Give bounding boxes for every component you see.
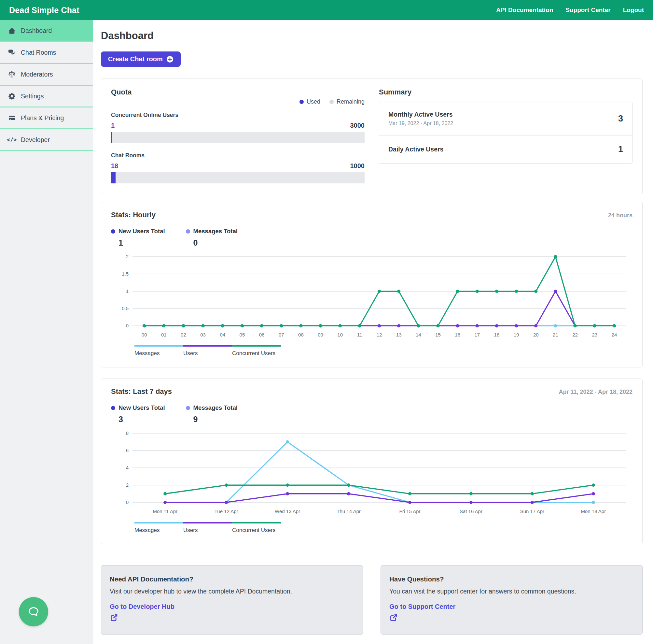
summary-row-label: Monthly Active Users xyxy=(388,111,453,118)
quota-progress-fill xyxy=(111,132,112,143)
chat-bubble-icon xyxy=(26,604,41,619)
sidebar-item-label: Chat Rooms xyxy=(21,49,56,56)
summary-row-value: 1 xyxy=(618,144,623,154)
series-legend-label: Messages xyxy=(135,350,183,357)
summary-title: Summary xyxy=(379,88,632,96)
sidebar-item-dashboard[interactable]: Dashboard xyxy=(0,20,93,42)
quota-progress-track xyxy=(111,132,365,143)
page-title: Dashboard xyxy=(101,30,643,42)
svg-text:Mon 11 Apr: Mon 11 Apr xyxy=(153,509,177,514)
total-new-users: New Users Total 3 xyxy=(111,404,165,424)
stats-hourly-title: Stats: Hourly xyxy=(111,211,155,219)
quota-item-label: Concurrent Online Users xyxy=(111,112,365,119)
svg-text:10: 10 xyxy=(337,332,343,338)
sidebar-item-plans-pricing[interactable]: Plans & Pricing xyxy=(0,108,93,129)
sidebar-item-label: Dashboard xyxy=(21,27,52,34)
series-legend-item[interactable]: Users xyxy=(183,522,232,534)
svg-text:22: 22 xyxy=(572,332,578,338)
scales-icon xyxy=(8,70,16,78)
series-legend-item[interactable]: Concurrent Users xyxy=(232,522,281,534)
weekly-line-chart: 02468Mon 11 AprTue 12 AprWed 13 AprThu 1… xyxy=(111,429,632,517)
total-label: New Users Total xyxy=(119,228,165,235)
external-link-icon[interactable] xyxy=(110,613,354,623)
stats-hourly-card: Stats: Hourly 24 hours New Users Total 1… xyxy=(101,202,643,367)
hourly-totals: New Users Total 1 Messages Total 0 xyxy=(111,228,632,248)
nav-link-logout[interactable]: Logout xyxy=(623,6,644,14)
legend-used-label: Used xyxy=(307,98,320,105)
credit-card-icon xyxy=(8,114,16,122)
svg-text:0.5: 0.5 xyxy=(122,305,128,311)
weekly-totals: New Users Total 3 Messages Total 9 xyxy=(111,404,632,424)
series-color-bar xyxy=(232,522,281,524)
weekly-range-label: Apr 11, 2022 - Apr 18, 2022 xyxy=(559,389,632,395)
series-legend-item[interactable]: Users xyxy=(183,345,232,357)
svg-text:4: 4 xyxy=(126,465,128,470)
svg-text:19: 19 xyxy=(514,332,519,338)
quota-section: Quota Used Remaining Concurrent Online U… xyxy=(111,88,365,183)
quota-max-value: 3000 xyxy=(350,122,365,129)
home-icon xyxy=(8,27,16,34)
svg-text:04: 04 xyxy=(220,332,225,338)
series-legend-label: Users xyxy=(183,527,232,534)
sidebar-item-developer[interactable]: </> Developer xyxy=(0,129,93,151)
total-value: 3 xyxy=(119,415,165,424)
legend-remaining[interactable]: Remaining xyxy=(330,98,365,105)
summary-row-label: Daily Active Users xyxy=(388,145,443,153)
main-content: Dashboard Create Chat room Quota Used Re… xyxy=(93,20,653,644)
svg-text:06: 06 xyxy=(259,332,265,338)
go-to-developer-hub-link[interactable]: Go to Developer Hub xyxy=(110,603,174,611)
summary-box: Monthly Active Users Mar 19, 2022 - Apr … xyxy=(379,101,632,163)
svg-text:0: 0 xyxy=(126,323,128,328)
total-value: 1 xyxy=(119,238,165,248)
nav-link-api-documentation[interactable]: API Documentation xyxy=(496,6,553,14)
series-legend-item[interactable]: Messages xyxy=(135,522,183,534)
svg-text:Tue 12 Apr: Tue 12 Apr xyxy=(215,509,238,514)
help-card-body: Visit our developer hub to view the comp… xyxy=(110,588,354,595)
svg-text:Fri 15 Apr: Fri 15 Apr xyxy=(399,509,420,514)
chat-widget-button[interactable] xyxy=(19,597,48,626)
svg-text:0: 0 xyxy=(126,500,128,505)
summary-row-monthly-active-users: Monthly Active Users Mar 19, 2022 - Apr … xyxy=(379,102,632,135)
sidebar-item-label: Settings xyxy=(21,93,44,100)
legend-remaining-label: Remaining xyxy=(337,98,365,105)
nav-link-support-center[interactable]: Support Center xyxy=(565,6,610,14)
svg-text:8: 8 xyxy=(126,430,128,436)
quota-summary-card: Quota Used Remaining Concurrent Online U… xyxy=(101,78,643,194)
new-users-dot-icon xyxy=(111,229,115,234)
create-chat-room-label: Create Chat room xyxy=(108,55,163,63)
svg-text:00: 00 xyxy=(142,332,147,338)
total-label: Messages Total xyxy=(193,404,238,411)
svg-text:15: 15 xyxy=(435,332,441,338)
series-legend-item[interactable]: Messages xyxy=(135,345,183,357)
svg-text:14: 14 xyxy=(416,332,421,338)
used-dot-icon xyxy=(299,100,304,104)
summary-row-daterange: Mar 19, 2022 - Apr 18, 2022 xyxy=(388,120,453,127)
legend-used[interactable]: Used xyxy=(299,98,320,105)
sidebar-item-settings[interactable]: Settings xyxy=(0,86,93,108)
sidebar-item-moderators[interactable]: Moderators xyxy=(0,64,93,86)
help-card-title: Have Questions? xyxy=(389,575,634,583)
quota-used-value: 1 xyxy=(111,122,115,129)
svg-text:2: 2 xyxy=(126,482,128,488)
external-link-icon[interactable] xyxy=(389,613,634,623)
svg-text:08: 08 xyxy=(298,332,304,338)
help-cards-row: Need API Documentation? Visit our develo… xyxy=(101,565,643,635)
series-legend-item[interactable]: Concurrent Users xyxy=(232,345,281,357)
svg-text:16: 16 xyxy=(455,332,460,338)
sidebar-item-chat-rooms[interactable]: Chat Rooms xyxy=(0,42,93,64)
svg-text:21: 21 xyxy=(553,332,558,338)
hourly-range-label: 24 hours xyxy=(608,212,632,219)
brand-logo[interactable]: Dead Simple Chat xyxy=(9,5,79,15)
total-messages: Messages Total 9 xyxy=(186,404,238,424)
total-messages: Messages Total 0 xyxy=(186,228,238,248)
svg-text:02: 02 xyxy=(181,332,186,338)
svg-text:Thu 14 Apr: Thu 14 Apr xyxy=(337,509,360,514)
code-icon: </> xyxy=(8,136,16,144)
remaining-dot-icon xyxy=(330,100,334,104)
go-to-support-center-link[interactable]: Go to Support Center xyxy=(389,603,455,611)
series-color-bar xyxy=(232,345,281,347)
quota-legend: Used Remaining xyxy=(111,98,365,105)
svg-text:Wed 13 Apr: Wed 13 Apr xyxy=(275,509,300,514)
create-chat-room-button[interactable]: Create Chat room xyxy=(101,51,181,67)
svg-text:23: 23 xyxy=(592,332,597,338)
